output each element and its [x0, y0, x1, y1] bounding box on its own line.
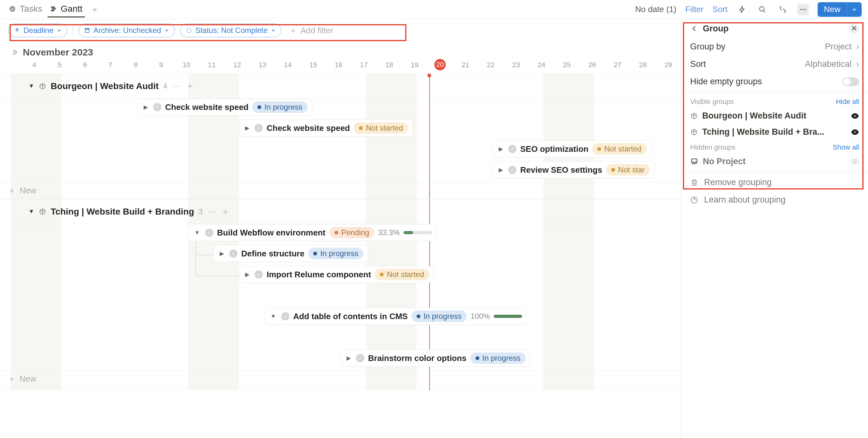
hide-all-button[interactable]: Hide all	[836, 98, 859, 106]
sort-button[interactable]: Sort	[712, 4, 727, 14]
expand-icon[interactable]: ▶	[244, 125, 251, 131]
filter-archive[interactable]: Archive: Unchecked	[78, 24, 175, 37]
svg-rect-8	[85, 28, 89, 29]
expand-icon[interactable]: ▶	[345, 355, 352, 362]
task-name: Build Webflow environment	[217, 228, 326, 238]
check-icon[interactable]: ✓	[205, 228, 213, 237]
expand-icon[interactable]: ▶	[142, 104, 149, 111]
sort-row[interactable]: Sort Alphabetical ›	[681, 56, 868, 73]
group-add-icon[interactable]: ＋	[185, 80, 195, 93]
eye-off-icon[interactable]	[851, 158, 859, 166]
filter-button[interactable]: Filter	[685, 4, 704, 14]
date-27: 27	[614, 61, 621, 69]
back-arrow-icon[interactable]	[690, 24, 699, 33]
group-more-icon[interactable]: ⋯	[207, 206, 216, 217]
new-dropdown[interactable]	[847, 2, 862, 17]
task-name: Define structure	[241, 249, 304, 259]
tab-tasks[interactable]: Tasks	[6, 1, 45, 18]
status-pill: In progress	[252, 101, 308, 113]
task-card[interactable]: ▶✓Import Relume componentNot started	[239, 266, 434, 283]
hide-empty-toggle[interactable]	[843, 77, 859, 86]
archive-icon	[84, 27, 90, 34]
group-title: Bourgeon | Website Audit	[51, 81, 159, 91]
expand-icon[interactable]: ▶	[497, 166, 504, 174]
check-icon[interactable]: ✓	[356, 354, 364, 362]
search-icon[interactable]	[757, 4, 768, 15]
show-all-button[interactable]: Show all	[833, 143, 859, 152]
date-13: 13	[259, 61, 266, 69]
status-pill: In progress	[411, 311, 467, 322]
group-add-icon[interactable]: ＋	[221, 205, 230, 218]
group-by-row[interactable]: Group by Project ›	[681, 38, 868, 56]
task-percent: 33.3%	[378, 228, 400, 237]
task-name: Review SEO settings	[520, 165, 602, 175]
collapse-icon[interactable]: ▼	[29, 83, 34, 89]
status-pill: Not started	[375, 269, 429, 280]
date-16: 16	[335, 61, 342, 69]
task-card[interactable]: ▶✓Brainstorm color optionsIn progress	[340, 350, 530, 367]
collapse-icon[interactable]: ▼	[29, 208, 34, 215]
check-icon[interactable]: ✓	[281, 312, 289, 320]
date-6: 6	[83, 61, 87, 69]
group-count: 3	[198, 207, 203, 216]
group-more-icon[interactable]: ⋯	[172, 81, 181, 91]
learn-grouping-label: Learn about grouping	[704, 195, 785, 205]
bolt-icon[interactable]	[737, 4, 748, 15]
group-by-value: Project	[825, 42, 851, 51]
svg-point-6	[802, 9, 804, 10]
group-name: Bourgeon | Website Audit	[702, 111, 806, 121]
date-24: 24	[538, 61, 545, 69]
add-view-button[interactable]: ＋	[88, 3, 102, 16]
new-button[interactable]: New	[817, 2, 862, 17]
remove-grouping-button[interactable]: Remove grouping	[681, 174, 868, 191]
task-card[interactable]: ▶✓Review SEO settingsNot star	[493, 161, 655, 179]
group-name: No Project	[703, 157, 746, 166]
task-card[interactable]: ▼✓Build Webflow environmentPending33.3%	[188, 224, 437, 241]
tab-label: Gantt	[61, 4, 83, 14]
date-8: 8	[134, 61, 137, 69]
expand-icon[interactable]: ▼	[269, 313, 277, 320]
expand-icon[interactable]: ▼	[193, 229, 201, 236]
eye-icon[interactable]	[851, 128, 859, 136]
status-pill: Not started	[592, 143, 646, 155]
date-15: 15	[309, 61, 317, 69]
no-date-indicator[interactable]: No date (1)	[635, 4, 676, 14]
date-4: 4	[32, 61, 36, 69]
tab-gantt[interactable]: Gantt	[48, 1, 85, 18]
month-label: November 2023	[23, 47, 93, 58]
eye-icon[interactable]	[851, 112, 859, 120]
task-name: Add table of contents in CMS	[293, 312, 408, 321]
task-card[interactable]: ▼✓Add table of contents in CMSIn progres…	[265, 308, 527, 325]
progress-bar	[404, 231, 432, 234]
check-icon[interactable]: ✓	[254, 124, 263, 132]
filter-status[interactable]: Status: Not Complete	[180, 24, 281, 37]
check-icon[interactable]: ✓	[254, 270, 263, 279]
visible-group-item[interactable]: Bourgeon | Website Audit	[681, 108, 868, 124]
date-12: 12	[233, 61, 241, 69]
check-icon[interactable]: ✓	[153, 103, 161, 111]
status-pill: Not started	[354, 122, 408, 134]
learn-grouping-button[interactable]: Learn about grouping	[681, 191, 868, 209]
task-card[interactable]: ▶✓SEO optimizationNot started	[493, 140, 651, 158]
close-button[interactable]: ✕	[849, 24, 859, 34]
hidden-group-item[interactable]: No Project	[681, 153, 868, 169]
add-filter-button[interactable]: ＋ Add filter	[287, 24, 336, 37]
svg-rect-3	[51, 10, 54, 11]
filter-deadline[interactable]: Deadline	[8, 24, 67, 37]
expand-icon[interactable]: ▶	[497, 146, 504, 152]
task-card[interactable]: ▶✓Check website speedIn progress	[137, 99, 312, 116]
check-circle-icon	[9, 5, 16, 12]
chevron-double-right-icon[interactable]	[11, 49, 19, 56]
more-icon[interactable]	[797, 4, 809, 15]
hide-empty-row[interactable]: Hide empty groups	[681, 73, 868, 90]
check-icon[interactable]: ✓	[508, 166, 517, 174]
check-icon[interactable]: ✓	[508, 145, 517, 153]
expand-icon[interactable]: ▶	[244, 271, 251, 278]
group-title: Tching | Website Build + Branding	[51, 207, 194, 217]
date-29: 29	[664, 61, 672, 69]
visible-group-item[interactable]: Tching | Website Build + Bra...	[681, 124, 868, 140]
expand-icon[interactable]	[777, 4, 788, 15]
task-card[interactable]: ▶✓Check website speedNot started	[239, 120, 413, 136]
status-icon	[186, 27, 192, 34]
svg-point-4	[760, 7, 764, 11]
